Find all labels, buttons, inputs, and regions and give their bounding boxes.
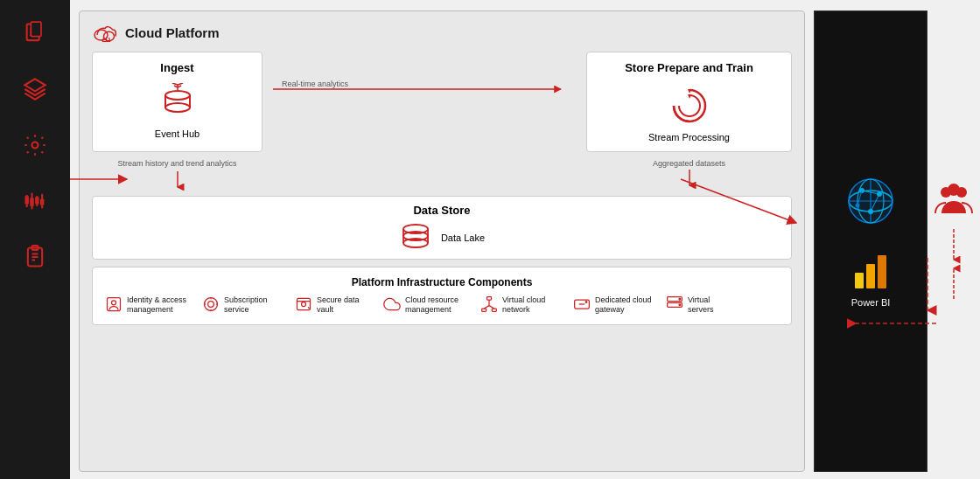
store-title: Store Prepare and Train: [625, 61, 753, 74]
servers-label: Virtual servers: [688, 295, 736, 316]
cloud-icon: [92, 22, 118, 43]
infra-item-network: Virtual cloud network: [480, 295, 559, 316]
store-box: Store Prepare and Train Stream Processin…: [586, 52, 792, 152]
svg-point-52: [205, 297, 218, 310]
svg-point-55: [302, 302, 306, 306]
people-icon-wrap: [934, 180, 974, 220]
infra-title: Platform Infrastructure Components: [105, 276, 779, 288]
cloud-platform-title: Cloud Platform: [92, 22, 792, 43]
svg-rect-60: [492, 309, 496, 311]
vault-label: Secure data vault: [317, 295, 369, 316]
ingest-title: Ingest: [160, 61, 193, 74]
svg-point-70: [679, 304, 681, 306]
settings-icon[interactable]: [19, 129, 51, 161]
svg-point-66: [585, 301, 587, 302]
middle-spacer: [273, 159, 576, 191]
powerbi-label: Power BI: [851, 297, 891, 308]
down-arrow-store: [681, 170, 698, 189]
svg-marker-5: [24, 79, 45, 91]
infra-item-cloud: Cloud resource management: [383, 295, 466, 316]
svg-point-20: [94, 30, 108, 40]
vault-icon: [295, 295, 312, 313]
data-store-title: Data Store: [413, 204, 470, 217]
globe-item: [844, 175, 897, 227]
svg-rect-58: [487, 296, 492, 299]
svg-point-69: [679, 298, 681, 300]
svg-rect-10: [31, 199, 32, 205]
svg-line-57: [308, 307, 310, 309]
event-hub-icon: [157, 83, 199, 125]
svg-rect-8: [26, 197, 28, 203]
realtime-arrow: [273, 76, 576, 102]
event-hub-label: Event Hub: [155, 128, 200, 139]
svg-rect-85: [866, 264, 875, 288]
infra-item-gateway: Dedicated cloud gateway: [573, 295, 652, 316]
svg-point-21: [104, 31, 115, 41]
middle-arrow-area: Real-time analytics: [273, 52, 576, 152]
svg-line-32: [172, 83, 178, 85]
data-lake-label: Data Lake: [441, 233, 485, 243]
svg-point-53: [208, 301, 214, 307]
svg-marker-38: [688, 89, 691, 94]
svg-line-62: [484, 305, 489, 308]
servers-icon: [666, 295, 683, 313]
store-down-arrow: Aggregated datasets: [586, 159, 792, 191]
vertical-connector: [945, 229, 962, 299]
svg-rect-54: [298, 298, 311, 309]
svg-marker-39: [688, 94, 691, 99]
infra-item-subscription: Subscription service: [202, 295, 281, 316]
ingest-down-arrow: Stream history and trend analytics: [92, 159, 262, 191]
data-lake-icon: [399, 224, 432, 252]
svg-line-22: [102, 38, 104, 42]
infra-item-servers: Virtual servers: [666, 295, 736, 316]
svg-point-6: [32, 142, 38, 149]
svg-rect-14: [41, 200, 43, 205]
svg-rect-59: [482, 309, 486, 311]
gateway-icon: [573, 295, 591, 313]
svg-rect-4: [31, 22, 41, 36]
svg-rect-84: [855, 273, 864, 288]
chart-icon[interactable]: [19, 185, 51, 217]
subscription-label: Subscription service: [224, 295, 281, 316]
globe-icon: [844, 175, 897, 227]
infra-item-vault: Secure data vault: [295, 295, 369, 316]
svg-point-89: [956, 187, 967, 198]
stream-history-label: Stream history and trend analytics: [117, 159, 236, 170]
powerbi-item: Power BI: [848, 248, 893, 308]
people-icon: [934, 180, 974, 220]
svg-line-33: [178, 83, 183, 85]
stream-processing-label: Stream Processing: [648, 132, 730, 142]
infra-item-identity: Identity & access management: [105, 295, 188, 316]
svg-rect-86: [878, 255, 886, 288]
right-panel: Power BI: [814, 10, 928, 472]
ingest-box: Ingest: [92, 52, 262, 152]
powerbi-icon: [848, 248, 893, 294]
svg-line-63: [489, 305, 494, 308]
list-icon[interactable]: [19, 241, 51, 273]
network-label: Virtual cloud network: [502, 295, 559, 316]
far-right-column: [928, 0, 980, 479]
subscription-icon: [202, 295, 220, 313]
layers-icon[interactable]: [19, 73, 51, 105]
downward-arrows-row: Stream history and trend analytics Aggre…: [92, 159, 792, 191]
aggregated-label: Aggregated datasets: [653, 159, 725, 168]
cloud-resource-label: Cloud resource management: [405, 295, 466, 316]
cloud-resource-icon: [383, 295, 401, 313]
identity-icon: [105, 295, 122, 313]
data-store-box: Data Store Data Lake: [92, 196, 792, 260]
svg-point-26: [165, 91, 190, 100]
infra-items-row: Identity & access management Subscriptio…: [105, 295, 779, 316]
stream-processing-icon: [667, 83, 712, 128]
upper-section: Ingest: [92, 52, 792, 152]
svg-point-30: [165, 103, 190, 112]
network-icon: [480, 295, 498, 313]
documents-icon[interactable]: [19, 17, 51, 49]
identity-label: Identity & access management: [127, 295, 188, 316]
cloud-platform-container: Cloud Platform Ingest: [79, 10, 805, 472]
cloud-platform-label: Cloud Platform: [125, 25, 220, 40]
svg-point-51: [112, 301, 116, 305]
gateway-label: Dedicated cloud gateway: [595, 295, 652, 316]
down-arrow-ingest: [169, 171, 186, 191]
infrastructure-box: Platform Infrastructure Components Ident…: [92, 267, 792, 325]
sidebar: [0, 0, 70, 479]
